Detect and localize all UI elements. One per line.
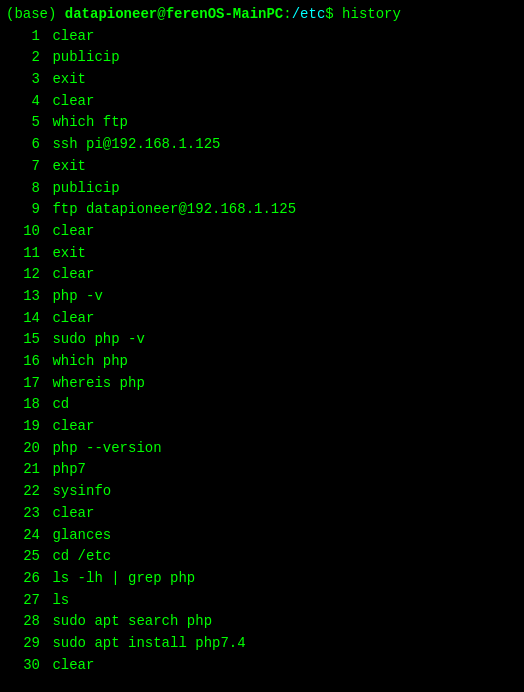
list-item: 13 php -v xyxy=(6,286,518,308)
list-item: 2 publicip xyxy=(6,47,518,69)
list-item: 27 ls xyxy=(6,590,518,612)
prompt-path: /etc xyxy=(292,4,326,26)
history-line-command: php7 xyxy=(44,459,86,481)
history-line-number: 28 xyxy=(6,611,44,633)
history-line-command: sysinfo xyxy=(44,481,111,503)
list-item: 1 clear xyxy=(6,26,518,48)
list-item: 12 clear xyxy=(6,264,518,286)
history-line-command: clear xyxy=(44,308,94,330)
prompt-prefix: (base) xyxy=(6,4,65,26)
list-item: 18 cd xyxy=(6,394,518,416)
list-item: 3 exit xyxy=(6,69,518,91)
history-line-number: 4 xyxy=(6,91,44,113)
history-line-command: clear xyxy=(44,26,94,48)
history-line-command: glances xyxy=(44,525,111,547)
prompt-user: datapioneer xyxy=(65,4,157,26)
list-item: 9 ftp datapioneer@192.168.1.125 xyxy=(6,199,518,221)
list-item: 21 php7 xyxy=(6,459,518,481)
list-item: 19 clear xyxy=(6,416,518,438)
history-line-number: 22 xyxy=(6,481,44,503)
history-line-command: clear xyxy=(44,221,94,243)
list-item: 30 clear xyxy=(6,655,518,677)
list-item: 25 cd /etc xyxy=(6,546,518,568)
history-line-command: which php xyxy=(44,351,128,373)
list-item: 23 clear xyxy=(6,503,518,525)
history-line-command: ls xyxy=(44,590,69,612)
history-line-number: 16 xyxy=(6,351,44,373)
list-item: 15 sudo php -v xyxy=(6,329,518,351)
history-line-command: cd /etc xyxy=(44,546,111,568)
history-line-command: ssh pi@192.168.1.125 xyxy=(44,134,220,156)
list-item: 14 clear xyxy=(6,308,518,330)
history-line-number: 29 xyxy=(6,633,44,655)
history-line-command: exit xyxy=(44,243,86,265)
history-line-number: 12 xyxy=(6,264,44,286)
history-line-command: which ftp xyxy=(44,112,128,134)
history-line-command: exit xyxy=(44,69,86,91)
history-line-command: php -v xyxy=(44,286,103,308)
history-line-number: 15 xyxy=(6,329,44,351)
list-item: 29 sudo apt install php7.4 xyxy=(6,633,518,655)
terminal-window: (base) datapioneer@ferenOS-MainPC:/etc$ … xyxy=(6,4,518,676)
history-line-number: 14 xyxy=(6,308,44,330)
history-line-number: 26 xyxy=(6,568,44,590)
list-item: 4 clear xyxy=(6,91,518,113)
prompt-colon: : xyxy=(283,4,291,26)
history-line-command: cd xyxy=(44,394,69,416)
history-line-command: clear xyxy=(44,264,94,286)
prompt-dollar: $ xyxy=(325,4,342,26)
prompt-command: history xyxy=(342,4,401,26)
history-line-number: 5 xyxy=(6,112,44,134)
history-line-command: publicip xyxy=(44,178,120,200)
history-line-number: 13 xyxy=(6,286,44,308)
history-line-number: 21 xyxy=(6,459,44,481)
list-item: 28 sudo apt search php xyxy=(6,611,518,633)
list-item: 10 clear xyxy=(6,221,518,243)
list-item: 24 glances xyxy=(6,525,518,547)
list-item: 6 ssh pi@192.168.1.125 xyxy=(6,134,518,156)
history-line-command: exit xyxy=(44,156,86,178)
history-line-number: 2 xyxy=(6,47,44,69)
prompt-at: @ xyxy=(157,4,165,26)
history-line-command: whereis php xyxy=(44,373,145,395)
history-list: 1 clear2 publicip3 exit4 clear5 which ft… xyxy=(6,26,518,677)
prompt-host: ferenOS-MainPC xyxy=(166,4,284,26)
history-line-number: 23 xyxy=(6,503,44,525)
history-line-number: 3 xyxy=(6,69,44,91)
list-item: 26 ls -lh | grep php xyxy=(6,568,518,590)
list-item: 7 exit xyxy=(6,156,518,178)
history-line-number: 30 xyxy=(6,655,44,677)
history-line-number: 11 xyxy=(6,243,44,265)
history-line-number: 24 xyxy=(6,525,44,547)
list-item: 8 publicip xyxy=(6,178,518,200)
history-line-number: 8 xyxy=(6,178,44,200)
list-item: 22 sysinfo xyxy=(6,481,518,503)
history-line-command: php --version xyxy=(44,438,162,460)
history-line-command: clear xyxy=(44,91,94,113)
list-item: 11 exit xyxy=(6,243,518,265)
history-line-number: 17 xyxy=(6,373,44,395)
history-line-command: clear xyxy=(44,503,94,525)
history-line-number: 27 xyxy=(6,590,44,612)
history-line-number: 19 xyxy=(6,416,44,438)
history-line-number: 1 xyxy=(6,26,44,48)
history-line-command: clear xyxy=(44,655,94,677)
list-item: 20 php --version xyxy=(6,438,518,460)
history-line-command: sudo php -v xyxy=(44,329,145,351)
history-line-number: 7 xyxy=(6,156,44,178)
list-item: 16 which php xyxy=(6,351,518,373)
history-line-number: 18 xyxy=(6,394,44,416)
list-item: 5 which ftp xyxy=(6,112,518,134)
history-line-number: 9 xyxy=(6,199,44,221)
history-line-number: 25 xyxy=(6,546,44,568)
list-item: 17 whereis php xyxy=(6,373,518,395)
history-line-number: 6 xyxy=(6,134,44,156)
history-line-number: 10 xyxy=(6,221,44,243)
history-line-command: clear xyxy=(44,416,94,438)
history-line-command: sudo apt search php xyxy=(44,611,212,633)
history-line-command: ls -lh | grep php xyxy=(44,568,195,590)
history-line-number: 20 xyxy=(6,438,44,460)
history-line-command: ftp datapioneer@192.168.1.125 xyxy=(44,199,296,221)
history-line-command: sudo apt install php7.4 xyxy=(44,633,246,655)
history-line-command: publicip xyxy=(44,47,120,69)
